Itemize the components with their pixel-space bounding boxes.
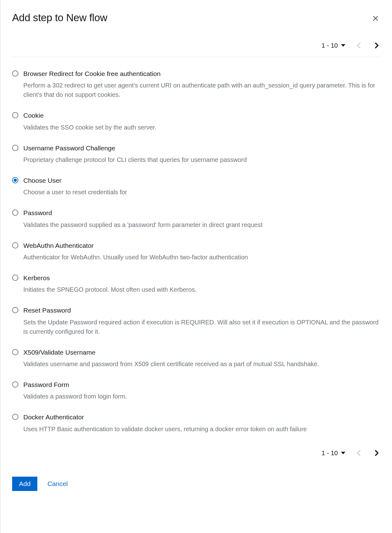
option-title: Cookie (23, 111, 380, 120)
step-option[interactable]: Docker AuthenticatorUses HTTP Basic auth… (12, 413, 380, 433)
close-icon (372, 15, 379, 22)
step-radio[interactable] (12, 381, 18, 388)
option-description: Validates the SSO cookie set by the auth… (23, 123, 380, 132)
option-title: Reset Password (23, 306, 380, 315)
option-description: Initiates the SPNEGO protocol. Most ofte… (23, 285, 380, 294)
cancel-button[interactable]: Cancel (47, 477, 68, 491)
option-description: Authenticator for WebAuthn. Usually used… (23, 252, 380, 262)
option-title: Browser Redirect for Cookie free authent… (23, 69, 380, 78)
option-body: KerberosInitiates the SPNEGO protocol. M… (23, 274, 380, 294)
radio-wrap (12, 111, 18, 118)
radio-wrap (12, 176, 18, 183)
option-body: Browser Redirect for Cookie free authent… (23, 69, 380, 99)
step-radio[interactable] (12, 70, 18, 77)
step-option[interactable]: X509/Validate UsernameValidates username… (12, 348, 380, 369)
option-description: Sets the Update Password required action… (23, 318, 380, 336)
step-radio[interactable] (12, 349, 18, 355)
step-option[interactable]: PasswordValidates the password supplied … (12, 209, 380, 229)
option-body: CookieValidates the SSO cookie set by th… (23, 111, 380, 132)
add-button[interactable]: Add (12, 477, 37, 491)
option-body: Username Password ChallengeProprietary c… (23, 144, 380, 164)
step-option[interactable]: Reset PasswordSets the Update Password r… (12, 306, 380, 336)
step-option[interactable]: Username Password ChallengeProprietary c… (12, 144, 380, 164)
option-title: Username Password Challenge (23, 144, 380, 153)
pagination-range-label: 1 - 10 (322, 449, 338, 457)
step-option-list: Browser Redirect for Cookie free authent… (12, 69, 380, 434)
radio-wrap (12, 274, 18, 281)
pagination-nav (355, 41, 380, 50)
radio-wrap (12, 144, 18, 151)
radio-wrap (12, 413, 18, 420)
divider (12, 57, 380, 57)
option-description: Validates the password supplied as a 'pa… (23, 220, 380, 229)
option-description: Validates a password from login form. (23, 392, 380, 401)
pagination-prev-button[interactable] (355, 41, 362, 50)
modal-header: Add step to New flow (12, 12, 380, 24)
pagination-prev-button[interactable] (355, 449, 362, 457)
option-body: Password FormValidates a password from l… (23, 380, 380, 401)
option-description: Choose a user to reset credentials for (23, 187, 380, 197)
option-body: WebAuthn AuthenticatorAuthenticator for … (23, 241, 380, 262)
step-radio[interactable] (12, 145, 18, 151)
option-body: Choose UserChoose a user to reset creden… (23, 176, 380, 197)
step-radio[interactable] (12, 112, 18, 118)
radio-wrap (12, 209, 18, 216)
pagination-next-button[interactable] (373, 449, 380, 457)
option-body: X509/Validate UsernameValidates username… (23, 348, 380, 369)
step-radio[interactable] (12, 242, 18, 248)
step-option[interactable]: KerberosInitiates the SPNEGO protocol. M… (12, 274, 380, 294)
step-option[interactable]: Choose UserChoose a user to reset creden… (12, 176, 380, 197)
modal-title: Add step to New flow (12, 12, 107, 24)
radio-wrap (12, 348, 18, 355)
close-button[interactable] (371, 14, 380, 23)
step-radio[interactable] (12, 177, 18, 183)
pagination-bottom: 1 - 10 (12, 449, 380, 457)
step-radio[interactable] (12, 210, 18, 216)
option-title: Choose User (23, 176, 380, 185)
option-title: X509/Validate Username (23, 348, 380, 357)
step-option[interactable]: Password FormValidates a password from l… (12, 380, 380, 401)
radio-wrap (12, 69, 18, 77)
step-option[interactable]: WebAuthn AuthenticatorAuthenticator for … (12, 241, 380, 262)
option-description: Uses HTTP Basic authentication to valida… (23, 424, 380, 434)
option-title: Kerberos (23, 274, 380, 282)
pagination-nav (355, 449, 380, 457)
option-description: Proprietary challenge protocol for CLI c… (23, 155, 380, 164)
chevron-right-icon (375, 450, 379, 456)
add-step-modal: Add step to New flow 1 - 10 Browser Redi… (0, 0, 392, 501)
step-radio[interactable] (12, 275, 18, 281)
radio-wrap (12, 241, 18, 248)
step-option[interactable]: CookieValidates the SSO cookie set by th… (12, 111, 380, 132)
option-title: WebAuthn Authenticator (23, 241, 380, 250)
step-option[interactable]: Browser Redirect for Cookie free authent… (12, 69, 380, 99)
option-description: Validates username and password from X50… (23, 359, 380, 369)
chevron-right-icon (375, 42, 379, 49)
pagination-range-dropdown[interactable]: 1 - 10 (322, 42, 345, 49)
option-body: Docker AuthenticatorUses HTTP Basic auth… (23, 413, 380, 433)
modal-footer: Add Cancel (12, 477, 380, 491)
option-body: Reset PasswordSets the Update Password r… (23, 306, 380, 336)
caret-down-icon (341, 44, 345, 47)
option-description: Perform a 302 redirect to get user agent… (23, 81, 380, 99)
option-title: Password Form (23, 380, 380, 389)
step-radio[interactable] (12, 307, 18, 313)
step-radio[interactable] (12, 414, 18, 420)
pagination-range-dropdown[interactable]: 1 - 10 (322, 449, 345, 457)
radio-wrap (12, 380, 18, 388)
chevron-left-icon (357, 450, 361, 456)
option-title: Password (23, 209, 380, 217)
option-body: PasswordValidates the password supplied … (23, 209, 380, 229)
pagination-next-button[interactable] (373, 41, 380, 50)
pagination-top: 1 - 10 (12, 41, 380, 50)
pagination-range-label: 1 - 10 (322, 42, 338, 49)
option-title: Docker Authenticator (23, 413, 380, 422)
chevron-left-icon (357, 42, 361, 49)
caret-down-icon (341, 452, 345, 454)
radio-wrap (12, 306, 18, 313)
